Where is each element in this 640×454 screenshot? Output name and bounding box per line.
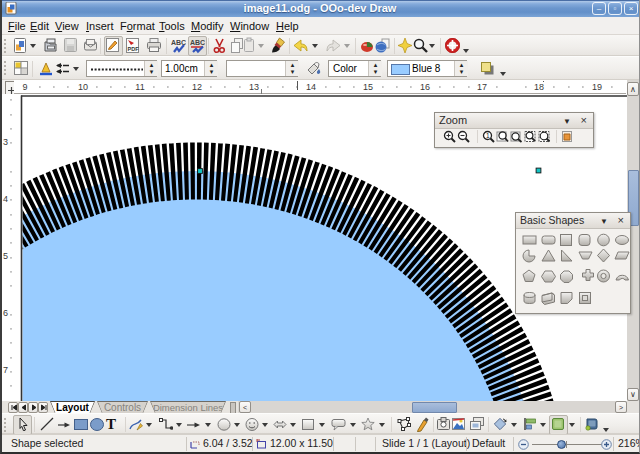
svg-text:ABC: ABC: [190, 39, 205, 46]
svg-text:1: 1: [486, 132, 490, 139]
svg-text:PDF: PDF: [128, 46, 140, 52]
